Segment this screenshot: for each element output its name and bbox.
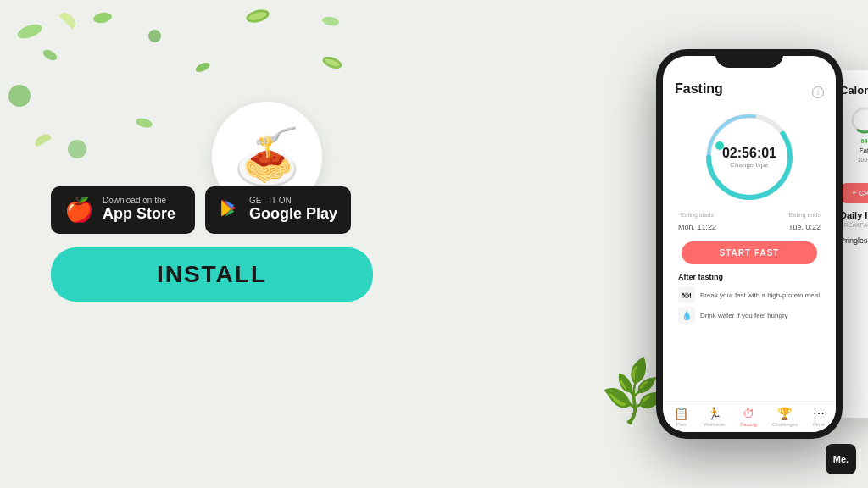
timer-value: 02:56:01 [722, 146, 776, 161]
nav-challenges[interactable]: 🏆 Challenges [772, 407, 798, 427]
screen-inner: Fasting i 02:56:01 Change t [663, 56, 836, 401]
eating-ends-value: Tue, 0:22 [788, 223, 821, 231]
eating-starts-value: Mon, 11:22 [678, 223, 716, 231]
nav-challenges-label: Challenges [772, 422, 798, 427]
calorie-title: Calorie Tracker [840, 84, 868, 97]
calories-button[interactable]: + CALORIES [840, 183, 868, 203]
timer-sublabel: Change type [722, 161, 776, 169]
google-play-main-label: Google Play [249, 205, 337, 224]
nav-workouts-label: Workouts [704, 422, 725, 427]
screen-header: Fasting i [675, 81, 824, 103]
eating-ends: Eating ends Tue, 0:22 [788, 212, 821, 233]
plan-icon: 📋 [674, 407, 688, 420]
fasting-tip-1: 🍽 Break your fast with a high-protein me… [678, 286, 821, 303]
calorie-phone-wrapper: Fasting i 02:56:01 Change t [656, 49, 843, 439]
start-fast-button[interactable]: START FAST [682, 241, 817, 264]
eating-starts-label: Eating starts [678, 212, 716, 218]
nav-workouts[interactable]: 🏃 Workouts [704, 407, 725, 427]
after-fasting-section: After fasting 🍽 Break your fast with a h… [675, 268, 824, 332]
eating-starts: Eating starts Mon, 11:22 [678, 212, 716, 233]
install-button[interactable]: INSTALL [51, 247, 373, 302]
macro-fat: 64 Fat 100g [849, 105, 869, 163]
google-play-icon [219, 197, 241, 223]
veggie-deco-7 [148, 30, 161, 42]
intake-row-pringles: Pringles 500 kcal › [840, 233, 868, 248]
svg-point-4 [853, 108, 869, 132]
phones-container: Fasting i 02:56:01 Change t [665, 49, 843, 439]
daily-intake-section: Daily Intake BREAKFAST Pringles 500 kcal… [840, 210, 868, 248]
info-icon[interactable]: i [812, 86, 824, 98]
tip-icon-1: 🍽 [678, 286, 695, 303]
app-store-button[interactable]: 🍎 Download on the App Store [51, 186, 195, 234]
nav-plan[interactable]: 📋 Plan [674, 407, 688, 427]
left-panel: 🍎 Download on the App Store GET IT ON Go… [51, 186, 373, 302]
daily-intake-title: Daily Intake [840, 210, 868, 220]
calorie-header: Calorie Tracker i [840, 84, 868, 97]
timer-container: 02:56:01 Change type [675, 110, 824, 203]
nav-more[interactable]: ⋯ More [813, 407, 825, 427]
fat-circle [849, 105, 869, 136]
phone-screen: Fasting i 02:56:01 Change t [663, 56, 836, 432]
eating-times: Eating starts Mon, 11:22 Eating ends Tue… [675, 207, 824, 238]
google-play-button[interactable]: GET IT ON Google Play [205, 186, 351, 234]
app-store-sub-label: Download on the [103, 197, 166, 205]
store-buttons: 🍎 Download on the App Store GET IT ON Go… [51, 186, 373, 234]
tip-icon-2: 💧 [678, 307, 695, 324]
google-play-text: GET IT ON Google Play [249, 197, 337, 224]
nav-fasting[interactable]: ⏱ Fasting [740, 407, 757, 427]
fat-top-value: 64 [861, 138, 868, 144]
nav-fasting-label: Fasting [740, 422, 757, 427]
intake-item-name: Pringles [840, 236, 868, 245]
fasting-phone: Fasting i 02:56:01 Change t [656, 49, 843, 439]
fat-label: Fat [860, 147, 869, 154]
tip-text-1: Break your fast with a high-protein meal [700, 291, 820, 299]
google-play-sub-label: GET IT ON [249, 197, 292, 205]
veggie-deco-9 [68, 140, 86, 158]
page-dots [840, 171, 868, 176]
nav-plan-label: Plan [676, 422, 686, 427]
phone-notch [715, 49, 783, 68]
fasting-icon: ⏱ [743, 407, 754, 420]
workouts-icon: 🏃 [707, 407, 721, 420]
apple-icon: 🍎 [64, 198, 94, 222]
fasting-title: Fasting [675, 81, 723, 97]
daily-intake-sub: BREAKFAST [840, 222, 868, 228]
timer-text: 02:56:01 Change type [722, 146, 776, 169]
more-icon: ⋯ [813, 407, 825, 420]
tip-text-2: Drink water if you feel hungry [700, 312, 788, 319]
fasting-tip-2: 💧 Drink water if you feel hungry [678, 307, 821, 324]
macro-circles: 64 Fat 100g 64 Carbs 100g [840, 105, 868, 163]
app-store-main-label: App Store [103, 205, 175, 224]
eating-ends-label: Eating ends [788, 212, 821, 218]
app-store-text: Download on the App Store [103, 197, 175, 224]
challenges-icon: 🏆 [777, 407, 792, 420]
fat-value: 100g [858, 157, 868, 163]
me-badge: Me. [826, 444, 856, 474]
nav-more-label: More [813, 422, 825, 427]
bottom-nav: 📋 Plan 🏃 Workouts ⏱ Fasting 🏆 Challenges [663, 401, 836, 432]
calorie-actions: + CALORIES + FOOD [840, 183, 868, 203]
veggie-deco-4 [8, 85, 31, 107]
after-fasting-title: After fasting [678, 273, 821, 281]
